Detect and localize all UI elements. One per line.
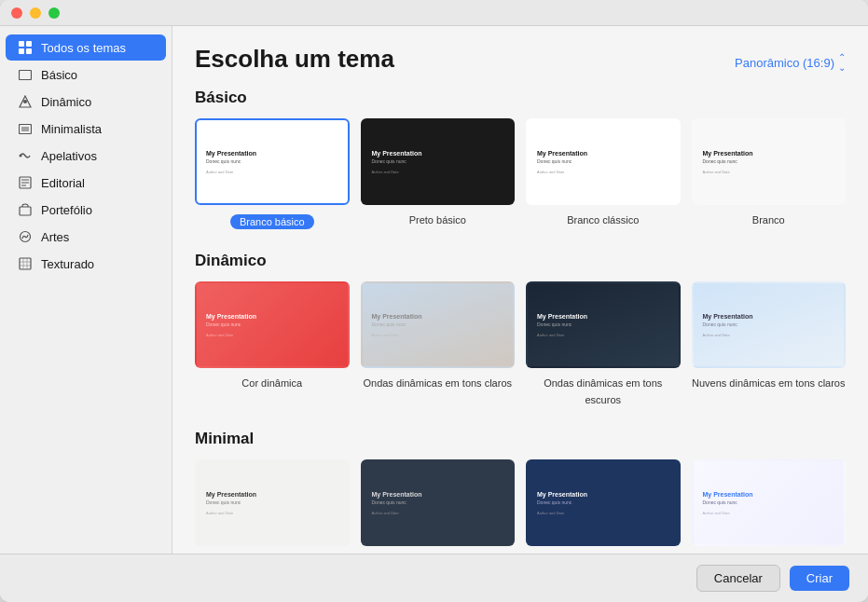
main-layout: Todos os temas Básico Dinâmico Minimalis… (0, 26, 868, 554)
theme-preview-branco-basico: My PresentationDonec quis nuncAuthor and… (195, 118, 350, 205)
sidebar-icon-todos (17, 39, 34, 56)
theme-label-nuvens-claras: Nuvens dinâmicas em tons claros (692, 377, 845, 389)
sidebar: Todos os temas Básico Dinâmico Minimalis… (0, 26, 172, 554)
theme-preview-branco: My PresentationDonec quis nuncAuthor and… (692, 118, 847, 205)
theme-card-branco[interactable]: My PresentationDonec quis nuncAuthor and… (692, 118, 847, 229)
selected-badge-branco-basico: Branco básico (230, 214, 314, 229)
sidebar-label-basico: Básico (41, 68, 77, 82)
theme-label-wrap-branco-classico: Branco clássico (567, 211, 639, 227)
theme-label-wrap-preto-basico: Preto básico (409, 211, 466, 227)
theme-label-wrap-cor-dinamica: Cor dinâmica (241, 374, 302, 390)
sidebar-label-editorial: Editorial (41, 176, 85, 190)
theme-label-wrap-ondas-claras: Ondas dinâmicas em tons claros (363, 374, 512, 390)
preview-author-ondas-claras: Author and Date (372, 333, 504, 337)
svg-point-8 (20, 155, 22, 157)
sidebar-icon-artes (17, 228, 34, 245)
theme-label-wrap-ondas-escuras: Ondas dinâmicas em tons escuros (526, 374, 681, 407)
sidebar-item-portfolio[interactable]: Portefólio (6, 197, 166, 223)
theme-card-color-gradient-light[interactable]: My PresentationDonec quis nuncAuthor and… (692, 459, 847, 554)
preview-subtitle-basic-color: Donec quis nunc (537, 499, 669, 505)
sidebar-icon-portfolio (17, 201, 34, 218)
preview-subtitle-color-gradient-light: Donec quis nunc (703, 499, 835, 505)
section-title-dinamico: Dinâmico (195, 252, 846, 270)
theme-grid-basico: My PresentationDonec quis nuncAuthor and… (195, 118, 846, 229)
theme-label-ondas-escuras: Ondas dinâmicas em tons escuros (544, 377, 662, 405)
sidebar-item-minimalista[interactable]: Minimalista (6, 116, 166, 142)
sidebar-item-apelativos[interactable]: Apelativos (6, 143, 166, 169)
sidebar-icon-dinamico (17, 93, 34, 110)
theme-card-cor-dinamica[interactable]: My PresentationDonec quis nuncAuthor and… (195, 281, 350, 407)
theme-preview-cor-dinamica: My PresentationDonec quis nuncAuthor and… (195, 281, 350, 368)
sidebar-label-apelativos: Apelativos (41, 149, 97, 163)
content-header: Escolha um tema Panorâmico (16:9) ⌃⌄ (172, 26, 868, 85)
sidebar-icon-minimalista (17, 120, 34, 137)
theme-card-ondas-claras[interactable]: My PresentationDonec quis nuncAuthor and… (361, 281, 516, 407)
theme-preview-color-gradient-light: My PresentationDonec quis nuncAuthor and… (692, 459, 847, 546)
theme-label-wrap-branco: Branco (752, 211, 785, 227)
close-button[interactable] (11, 7, 22, 19)
theme-preview-minimalist-dark: My PresentationDonec quis nuncAuthor and… (361, 459, 516, 546)
theme-card-ondas-escuras[interactable]: My PresentationDonec quis nuncAuthor and… (526, 281, 681, 407)
preview-title-cor-dinamica: My Presentation (206, 313, 338, 320)
sidebar-label-minimalista: Minimalista (41, 122, 102, 136)
svg-rect-3 (26, 48, 32, 54)
preview-author-branco-classico: Author and Date (537, 170, 669, 174)
theme-preview-preto-basico: My PresentationDonec quis nuncAuthor and… (361, 118, 516, 205)
theme-card-branco-basico[interactable]: My PresentationDonec quis nuncAuthor and… (195, 118, 350, 229)
section-title-basico: Básico (195, 89, 846, 107)
preview-title-branco-classico: My Presentation (537, 150, 669, 157)
preview-subtitle-branco: Donec quis nunc (703, 158, 835, 164)
preview-title-color-gradient-light: My Presentation (703, 491, 835, 498)
preview-title-ondas-claras: My Presentation (372, 313, 504, 320)
sidebar-item-dinamico[interactable]: Dinâmico (6, 89, 166, 115)
theme-label-wrap-branco-basico: Branco básico (230, 211, 314, 229)
titlebar (0, 0, 868, 26)
sidebar-item-todos[interactable]: Todos os temas (6, 34, 166, 61)
sidebar-label-texturado: Texturado (41, 257, 94, 271)
theme-preview-ondas-escuras: My PresentationDonec quis nuncAuthor and… (526, 281, 681, 368)
sidebar-icon-editorial (17, 174, 34, 191)
theme-card-minimalist-dark[interactable]: My PresentationDonec quis nuncAuthor and… (361, 459, 516, 554)
theme-card-basic-color[interactable]: My PresentationDonec quis nuncAuthor and… (526, 459, 681, 554)
aspect-ratio-selector[interactable]: Panorâmico (16:9) ⌃⌄ (735, 52, 846, 73)
sidebar-item-basico[interactable]: Básico (6, 62, 166, 88)
theme-label-branco: Branco (752, 214, 785, 226)
maximize-button[interactable] (48, 7, 60, 19)
theme-label-ondas-claras: Ondas dinâmicas em tons claros (363, 377, 512, 389)
theme-label-wrap-nuvens-claras: Nuvens dinâmicas em tons claros (692, 374, 845, 390)
aspect-ratio-label: Panorâmico (16:9) (735, 56, 834, 70)
create-button[interactable]: Criar (790, 566, 849, 591)
svg-rect-1 (26, 41, 32, 47)
sidebar-item-editorial[interactable]: Editorial (6, 170, 166, 196)
sidebar-item-texturado[interactable]: Texturado (6, 251, 166, 277)
theme-label-cor-dinamica: Cor dinâmica (241, 377, 302, 389)
theme-card-nuvens-claras[interactable]: My PresentationDonec quis nuncAuthor and… (692, 281, 847, 407)
theme-grid-scroll[interactable]: BásicoMy PresentationDonec quis nuncAuth… (172, 85, 868, 554)
preview-title-minimalist-dark: My Presentation (372, 491, 504, 498)
svg-rect-13 (20, 207, 31, 215)
svg-point-5 (23, 100, 27, 103)
preview-author-basic-color: Author and Date (537, 511, 669, 515)
preview-title-branco: My Presentation (703, 150, 835, 157)
theme-label-preto-basico: Preto básico (409, 214, 466, 226)
preview-title-minimalist-light: My Presentation (206, 491, 338, 498)
preview-author-preto-basico: Author and Date (372, 170, 504, 174)
theme-card-preto-basico[interactable]: My PresentationDonec quis nuncAuthor and… (361, 118, 516, 229)
preview-title-preto-basico: My Presentation (372, 150, 504, 157)
sidebar-item-artes[interactable]: Artes (6, 224, 166, 250)
sidebar-label-dinamico: Dinâmico (41, 95, 91, 109)
theme-card-minimalist-light[interactable]: My PresentationDonec quis nuncAuthor and… (195, 459, 350, 554)
theme-preview-basic-color: My PresentationDonec quis nuncAuthor and… (526, 459, 681, 546)
theme-preview-branco-classico: My PresentationDonec quis nuncAuthor and… (526, 118, 681, 205)
section-title-minimal: Minimal (195, 430, 846, 448)
svg-rect-2 (19, 48, 24, 54)
preview-author-ondas-escuras: Author and Date (537, 333, 669, 337)
preview-author-cor-dinamica: Author and Date (206, 333, 338, 337)
sidebar-icon-texturado (17, 255, 34, 272)
minimize-button[interactable] (30, 7, 41, 19)
preview-subtitle-branco-classico: Donec quis nunc (537, 158, 669, 164)
preview-title-nuvens-claras: My Presentation (703, 313, 835, 320)
svg-rect-7 (21, 127, 29, 131)
theme-card-branco-classico[interactable]: My PresentationDonec quis nuncAuthor and… (526, 118, 681, 229)
cancel-button[interactable]: Cancelar (696, 565, 780, 592)
